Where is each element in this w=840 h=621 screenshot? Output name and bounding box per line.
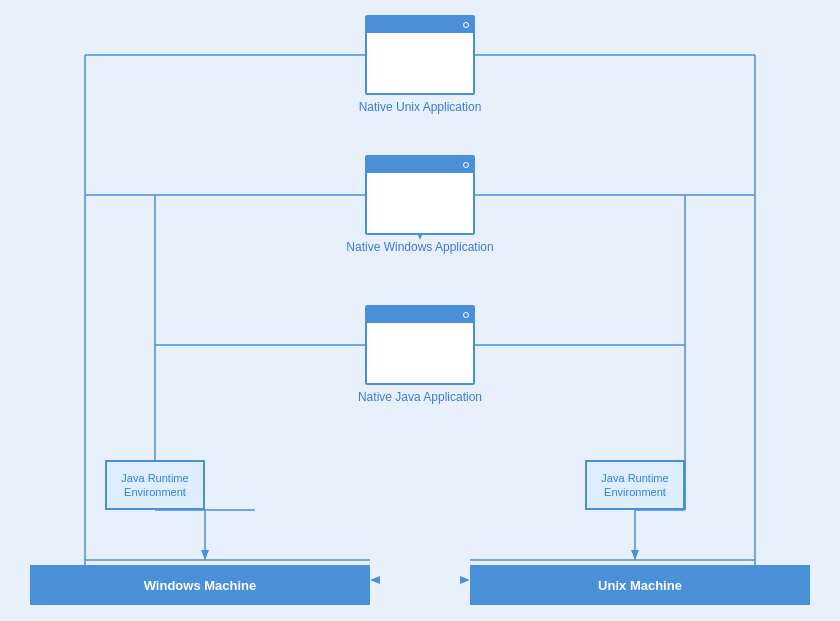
window-dot (463, 22, 469, 28)
win-app-content (367, 173, 473, 233)
unix-app-titlebar (367, 17, 473, 33)
unix-app-label: Native Unix Application (345, 100, 495, 116)
win-app-box (365, 155, 475, 235)
unix-app-box (365, 15, 475, 95)
svg-marker-23 (370, 576, 380, 584)
java-app-box (365, 305, 475, 385)
win-app-titlebar (367, 157, 473, 173)
java-app-titlebar (367, 307, 473, 323)
svg-marker-22 (631, 550, 639, 560)
unix-machine-label: Unix Machine (598, 578, 682, 593)
jre-right-box: Java Runtime Environment (585, 460, 685, 510)
java-app-content (367, 323, 473, 383)
java-app-label: Native Java Application (345, 390, 495, 406)
windows-machine-box: Windows Machine (30, 565, 370, 605)
win-app-label: Native Windows Application (345, 240, 495, 256)
window-dot-2 (463, 162, 469, 168)
svg-marker-21 (201, 550, 209, 560)
jre-left-box: Java Runtime Environment (105, 460, 205, 510)
window-dot-3 (463, 312, 469, 318)
unix-machine-box: Unix Machine (470, 565, 810, 605)
windows-machine-label: Windows Machine (144, 578, 257, 593)
diagram-container: Native Unix Application Native Windows A… (0, 0, 840, 621)
svg-marker-24 (460, 576, 470, 584)
unix-app-content (367, 33, 473, 93)
